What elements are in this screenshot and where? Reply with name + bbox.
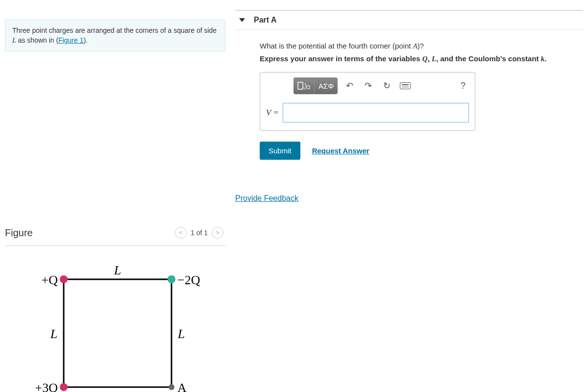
- help-button[interactable]: ?: [457, 80, 469, 92]
- prompt-text-2: as shown in (: [16, 36, 58, 44]
- charge-top-right: −2Q: [177, 273, 200, 287]
- figure-next-button[interactable]: >: [212, 227, 223, 239]
- instruction-text: Express your answer in terms of the vari…: [260, 54, 578, 63]
- figure-nav-text: 1 of 1: [191, 229, 208, 237]
- svg-point-2: [168, 275, 175, 283]
- svg-text:√: √: [303, 85, 307, 91]
- figure-link[interactable]: Figure 1: [58, 36, 83, 44]
- answer-box: x √ ΑΣΦ ↶ ↷ ↻ ?: [260, 72, 475, 131]
- figure-diagram: +Q −2Q +3Q A L L L L: [20, 260, 225, 392]
- redo-button[interactable]: ↷: [361, 79, 375, 93]
- side-label-top: L: [114, 263, 121, 277]
- svg-point-1: [60, 275, 68, 283]
- request-answer-link[interactable]: Request Answer: [312, 147, 369, 155]
- svg-rect-5: [298, 82, 303, 89]
- svg-rect-8: [307, 86, 310, 89]
- keyboard-button[interactable]: [398, 79, 412, 93]
- part-header[interactable]: Part A: [235, 10, 583, 30]
- problem-prompt: Three point charges are arranged at the …: [5, 20, 225, 51]
- figure-prev-button[interactable]: <: [175, 227, 187, 239]
- answer-input[interactable]: [283, 103, 469, 122]
- collapse-icon: [239, 18, 245, 22]
- equation-toolbar: x √ ΑΣΦ ↶ ↷ ↻ ?: [260, 73, 475, 99]
- side-label-left: L: [50, 327, 57, 341]
- provide-feedback-link[interactable]: Provide Feedback: [235, 194, 298, 203]
- prompt-var-L: L: [12, 37, 16, 44]
- variable-label: V =: [266, 108, 279, 118]
- toolbar-group-templates: x √ ΑΣΦ: [294, 77, 338, 94]
- svg-point-3: [60, 383, 68, 391]
- greek-button[interactable]: ΑΣΦ: [315, 77, 338, 94]
- answer-input-row: V =: [260, 99, 475, 130]
- part-title: Part A: [254, 16, 277, 24]
- figure-nav: < 1 of 1 >: [175, 227, 223, 239]
- undo-button[interactable]: ↶: [343, 79, 356, 93]
- prompt-text-3: ).: [84, 36, 88, 44]
- corner-A-label: A: [177, 381, 187, 392]
- figure-area: +Q −2Q +3Q A L L L L: [5, 246, 225, 392]
- charge-top-left: +Q: [42, 273, 58, 287]
- prompt-text-1: Three point charges are arranged at the …: [12, 26, 217, 34]
- part-body: What is the potential at the fourth corn…: [235, 30, 583, 165]
- action-row: Submit Request Answer: [260, 142, 578, 160]
- reset-button[interactable]: ↻: [380, 79, 393, 93]
- submit-button[interactable]: Submit: [260, 142, 300, 160]
- svg-rect-0: [64, 279, 172, 387]
- question-text: What is the potential at the fourth corn…: [260, 42, 578, 50]
- figure-header: Figure < 1 of 1 >: [5, 223, 225, 246]
- figure-title: Figure: [5, 227, 33, 239]
- template-icon: x √: [297, 81, 310, 91]
- templates-button[interactable]: x √: [294, 77, 315, 94]
- side-label-right: L: [177, 327, 185, 341]
- keyboard-icon: [400, 82, 411, 89]
- svg-point-4: [169, 384, 174, 390]
- charge-bottom-left: +3Q: [35, 381, 58, 392]
